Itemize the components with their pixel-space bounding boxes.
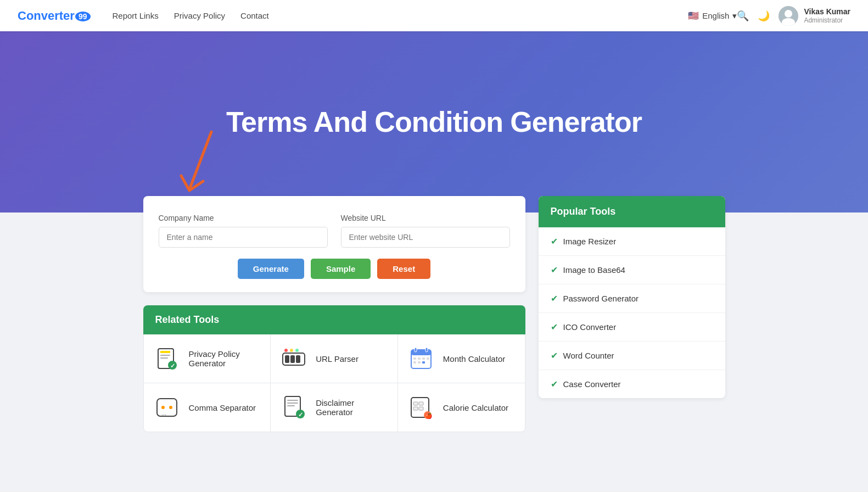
svg-rect-33 [287,400,298,401]
navbar-actions: 🔍 🌙 Vikas Kumar Administrator [737,6,850,26]
tool-name-privacy-policy: Privacy Policy Generator [189,349,262,368]
svg-point-1 [785,10,792,18]
popular-item-label-3: ICO Converter [563,322,617,332]
nav-privacy-policy[interactable]: Privacy Policy [174,11,225,20]
tool-name-url-parser: URL Parser [316,354,359,364]
check-icon-2: ✔ [551,293,558,304]
svg-point-29 [161,406,165,409]
tools-grid: ✓ Privacy Policy Generator [143,334,525,432]
user-profile[interactable]: Vikas Kumar Administrator [779,6,850,26]
popular-tools-card: Popular Tools ✔ Image Resizer ✔ Image to… [539,196,725,398]
popular-item-label-0: Image Resizer [563,237,617,246]
tool-card-url-parser[interactable]: URL Parser [271,334,397,383]
svg-rect-27 [422,361,425,364]
tool-card-comma-separator[interactable]: ,,, Comma Separator [144,383,271,432]
reset-button[interactable]: Reset [377,259,430,279]
form-inputs-row: Company Name Website URL [159,214,510,248]
svg-rect-21 [413,357,416,360]
svg-rect-18 [411,350,431,355]
svg-rect-42 [419,407,423,410]
tool-name-calorie-calculator: Calorie Calculator [443,403,508,412]
user-name: Vikas Kumar [804,7,850,16]
check-icon-0: ✔ [551,236,558,247]
navbar: Converter99 Report Links Privacy Policy … [0,0,868,31]
svg-point-14 [284,349,288,352]
popular-item-label-5: Case Converter [563,379,621,389]
popular-item-image-to-base64[interactable]: ✔ Image to Base64 [539,256,725,284]
sample-button[interactable]: Sample [311,259,371,279]
svg-rect-5 [160,351,170,353]
popular-item-label-4: Word Counter [563,351,614,360]
logo-badge: 99 [75,12,91,21]
check-icon-5: ✔ [551,379,558,389]
nav-report-links[interactable]: Report Links [113,11,159,20]
user-role: Administrator [804,16,850,25]
popular-item-case-converter[interactable]: ✔ Case Converter [539,370,725,398]
hero-arrow [176,129,220,203]
popular-item-label-2: Password Generator [563,294,639,303]
svg-text:✓: ✓ [170,362,175,369]
svg-rect-12 [290,355,295,363]
privacy-policy-icon: ✓ [153,344,181,373]
logo-text: Converter [18,9,75,23]
popular-item-password-generator[interactable]: ✔ Password Generator [539,284,725,313]
check-icon-1: ✔ [551,265,558,275]
website-url-group: Website URL [341,214,510,248]
svg-rect-35 [287,405,295,406]
svg-text:,,,: ,,, [161,410,166,416]
svg-rect-34 [287,402,298,404]
svg-text:✓: ✓ [298,411,303,418]
svg-rect-39 [413,402,418,405]
tool-card-disclaimer-generator[interactable]: ✓ Disclaimer Generator [271,383,397,432]
website-url-input[interactable] [341,227,510,248]
user-info: Vikas Kumar Administrator [804,7,850,25]
popular-tools-list: ✔ Image Resizer ✔ Image to Base64 ✔ Pass… [539,227,725,398]
sidebar-column: Popular Tools ✔ Image Resizer ✔ Image to… [539,213,725,398]
disclaimer-generator-icon: ✓ [279,393,308,422]
avatar [779,6,798,26]
form-actions: Generate Sample Reset [159,259,510,279]
site-logo[interactable]: Converter99 [18,9,91,23]
website-url-label: Website URL [341,214,510,222]
svg-rect-19 [415,348,417,352]
svg-text:🍎: 🍎 [425,412,433,420]
svg-rect-6 [160,355,170,356]
svg-rect-24 [427,357,429,360]
tool-card-privacy-policy[interactable]: ✓ Privacy Policy Generator [144,334,271,383]
content-column: Company Name Website URL Generate Sample… [143,213,525,432]
related-tools-header: Related Tools [143,305,525,334]
svg-point-15 [290,349,293,352]
svg-rect-26 [418,361,421,364]
tool-name-disclaimer-generator: Disclaimer Generator [316,398,389,417]
svg-rect-22 [418,357,421,360]
company-name-input[interactable] [159,227,328,248]
tool-name-comma-separator: Comma Separator [189,403,256,412]
flag-icon: 🇺🇸 [688,10,699,21]
language-label: English [702,11,729,20]
popular-item-ico-converter[interactable]: ✔ ICO Converter [539,313,725,342]
main-layout: Company Name Website URL Generate Sample… [132,213,736,454]
popular-item-image-resizer[interactable]: ✔ Image Resizer [539,227,725,256]
tool-card-month-calculator[interactable]: Month Calculator [398,334,525,383]
tool-card-calorie-calculator[interactable]: 🍎 Calorie Calculator [398,383,525,432]
nav-contact[interactable]: Contact [240,11,269,20]
svg-rect-41 [413,407,418,410]
svg-rect-11 [285,355,289,363]
popular-item-word-counter[interactable]: ✔ Word Counter [539,342,725,370]
company-name-label: Company Name [159,214,328,222]
dark-mode-button[interactable]: 🌙 [758,10,770,22]
popular-item-label-1: Image to Base64 [563,265,625,275]
svg-rect-28 [157,399,177,416]
svg-point-30 [169,406,172,409]
search-button[interactable]: 🔍 [737,10,749,22]
nav-links: Report Links Privacy Policy Contact [113,11,688,20]
popular-tools-header: Popular Tools [539,196,725,227]
svg-rect-25 [413,361,416,364]
company-name-group: Company Name [159,214,328,248]
language-selector[interactable]: 🇺🇸 English ▾ [688,10,737,21]
check-icon-3: ✔ [551,322,558,332]
generate-button[interactable]: Generate [238,259,304,279]
hero-section: Terms And Condition Generator [0,31,868,213]
page-title: Terms And Condition Generator [226,105,642,138]
svg-rect-20 [425,348,428,352]
